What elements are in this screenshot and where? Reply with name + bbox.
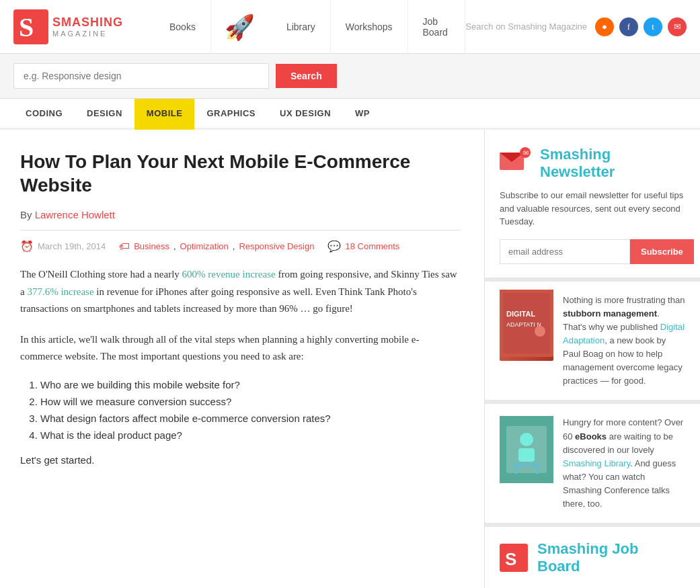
svg-text:🚀: 🚀 xyxy=(225,13,255,42)
svg-text:S: S xyxy=(505,549,516,569)
nav-books[interactable]: Books xyxy=(155,0,211,54)
subnav-graphics[interactable]: GRAPHICS xyxy=(194,99,268,130)
tag-business[interactable]: Business xyxy=(134,241,169,251)
email-input[interactable] xyxy=(500,239,630,264)
newsletter-widget: ✉ Smashing Newsletter Subscribe to our e… xyxy=(485,130,700,282)
search-area: Search on Smashing Magazine ● f t ✉ xyxy=(465,17,687,36)
main-nav: Books 🚀 Library Workshops Job Board xyxy=(155,0,465,54)
svg-text:S: S xyxy=(19,12,34,42)
svg-point-14 xyxy=(520,433,533,446)
nav-library[interactable]: Library xyxy=(272,0,331,54)
search-bar: Search xyxy=(0,54,700,99)
list-item: What is the ideal product page? xyxy=(40,429,461,441)
link-600[interactable]: 600% revenue increase xyxy=(182,269,276,280)
clock-icon: ⏰ xyxy=(20,240,34,253)
job-board-widget: S Smashing Job Board xyxy=(485,527,700,588)
ebooks-bold: eBooks xyxy=(575,431,607,442)
book-1-bold: stubborn management xyxy=(563,308,657,319)
subnav-wp[interactable]: WP xyxy=(343,99,382,130)
svg-rect-17 xyxy=(514,466,517,474)
subnav-coding[interactable]: CODING xyxy=(13,99,75,130)
logo-area[interactable]: S SMASHING MAGAZINE xyxy=(13,9,155,44)
svg-rect-15 xyxy=(518,448,535,462)
tag-optimization[interactable]: Optimization xyxy=(180,241,229,251)
newsletter-form: Subscribe xyxy=(500,239,685,264)
book-promo-2: Hungry for more content? Over 60 eBooks … xyxy=(485,404,700,527)
nav-job-board[interactable]: Job Board xyxy=(408,0,466,54)
link-377[interactable]: 377.6% increase xyxy=(27,286,93,297)
tag-icon: 🏷 xyxy=(119,241,130,253)
search-button[interactable]: Search xyxy=(276,64,337,88)
book-promo-1: DIGITAL ADAPTATI N Nothing is more frust… xyxy=(485,282,700,405)
header: S SMASHING MAGAZINE Books 🚀 Library Work… xyxy=(0,0,700,54)
social-icons: ● f t ✉ xyxy=(595,17,687,36)
nav-workshops[interactable]: Workshops xyxy=(331,0,408,54)
date-text: March 19th, 2014 xyxy=(38,241,106,251)
book-thumb-digital: DIGITAL ADAPTATI N xyxy=(500,294,553,361)
article-author: By Lawrence Howlett xyxy=(20,209,461,220)
article-list: Who are we building this mobile website … xyxy=(40,379,461,441)
tag-responsive[interactable]: Responsive Design xyxy=(239,241,314,251)
subnav-design[interactable]: DESIGN xyxy=(75,99,134,130)
facebook-icon[interactable]: f xyxy=(619,17,638,36)
author-link[interactable]: Lawrence Howlett xyxy=(35,209,115,220)
sub-nav: CODING DESIGN MOBILE GRAPHICS UX DESIGN … xyxy=(0,99,700,130)
twitter-icon[interactable]: t xyxy=(644,17,662,36)
article-intro: The O'Neill Clothing store had a nearly … xyxy=(20,266,461,318)
sidebar: ✉ Smashing Newsletter Subscribe to our e… xyxy=(485,130,700,588)
comment-icon: 💬 xyxy=(327,240,341,253)
rss-icon[interactable]: ● xyxy=(595,17,614,36)
svg-text:✉: ✉ xyxy=(523,149,529,157)
article-comments: 💬 18 Comments xyxy=(327,240,399,253)
newsletter-icon: ✉ xyxy=(500,147,532,179)
newsletter-description: Subscribe to our email newsletter for us… xyxy=(500,189,685,228)
list-item: How will we measure conversion success? xyxy=(40,396,461,407)
subscribe-button[interactable]: Subscribe xyxy=(630,239,694,264)
author-prefix: By xyxy=(20,209,32,220)
job-board-icon: S xyxy=(500,544,528,572)
job-board-title: Smashing Job Board xyxy=(537,540,685,575)
book-1-text: Nothing is more frustrating than stubbor… xyxy=(563,294,685,388)
email-icon[interactable]: ✉ xyxy=(668,17,687,36)
article-divider xyxy=(20,230,461,230)
article-area: How To Plan Your Next Mobile E-Commerce … xyxy=(0,130,485,588)
article-meta: ⏰ March 19th, 2014 🏷 Business, Optimizat… xyxy=(20,240,461,253)
svg-point-11 xyxy=(535,326,545,337)
article-body: In this article, we'll walk through all … xyxy=(20,331,461,366)
article-tags: 🏷 Business, Optimization, Responsive Des… xyxy=(119,241,314,253)
subnav-mobile[interactable]: MOBILE xyxy=(134,99,195,130)
svg-rect-18 xyxy=(536,466,539,474)
article-closing: Let's get started. xyxy=(20,454,461,466)
svg-text:DIGITAL: DIGITAL xyxy=(506,310,535,318)
smashing-library-link[interactable]: Smashing Library xyxy=(563,458,630,468)
logo-text: SMASHING MAGAZINE xyxy=(52,15,123,38)
logo-icon: S xyxy=(13,9,48,44)
article-date: ⏰ March 19th, 2014 xyxy=(20,240,106,253)
search-input[interactable] xyxy=(13,63,269,89)
article-title: How To Plan Your Next Mobile E-Commerce … xyxy=(20,150,461,197)
subnav-ux-design[interactable]: UX DESIGN xyxy=(268,99,343,130)
logo-magazine-label: MAGAZINE xyxy=(52,30,123,38)
logo-smashing-label: SMASHING xyxy=(52,15,123,30)
book-thumb-ebooks xyxy=(500,416,553,483)
svg-text:ADAPTATI N: ADAPTATI N xyxy=(506,321,541,328)
list-item: What design factors affect mobile e-comm… xyxy=(40,413,461,424)
newsletter-header: ✉ Smashing Newsletter xyxy=(500,146,685,181)
list-item: Who are we building this mobile website … xyxy=(40,379,461,390)
search-label: Search on Smashing Magazine xyxy=(465,22,587,32)
main-layout: How To Plan Your Next Mobile E-Commerce … xyxy=(0,130,700,588)
newsletter-title: Smashing Newsletter xyxy=(540,146,685,181)
book-2-text: Hungry for more content? Over 60 eBooks … xyxy=(563,416,685,511)
rocket-decoration: 🚀 xyxy=(211,9,272,45)
comments-link[interactable]: 18 Comments xyxy=(345,241,399,251)
svg-rect-16 xyxy=(513,463,540,466)
digital-adaptation-link[interactable]: Digital Adaptation xyxy=(563,322,685,345)
